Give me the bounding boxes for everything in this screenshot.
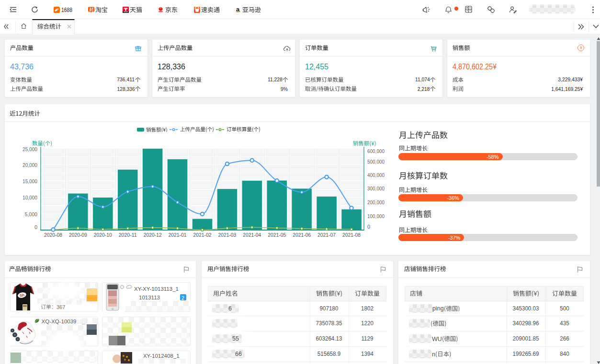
svg-text:2021-01: 2021-01	[169, 232, 187, 238]
svg-text:0: 0	[367, 224, 370, 230]
svg-text:2021-05: 2021-05	[268, 232, 286, 238]
svg-text:2021-03: 2021-03	[218, 232, 236, 238]
svg-text:2021-07: 2021-07	[317, 232, 336, 238]
svg-text:2020-09: 2020-09	[69, 232, 87, 238]
svg-text:15,000: 15,000	[23, 178, 37, 184]
svg-text:10,000: 10,000	[23, 195, 37, 200]
svg-text:2020-11: 2020-11	[119, 232, 137, 238]
svg-text:0: 0	[34, 224, 37, 230]
svg-text:600,000: 600,000	[367, 148, 385, 154]
svg-text:2021-02: 2021-02	[193, 232, 212, 238]
svg-text:2021-08: 2021-08	[342, 232, 361, 238]
svg-text:2020-10: 2020-10	[94, 232, 112, 238]
svg-text:5,000: 5,000	[25, 211, 38, 217]
svg-text:2021-06: 2021-06	[293, 232, 311, 238]
svg-text:200,000: 200,000	[367, 199, 385, 205]
svg-text:2021-04: 2021-04	[243, 232, 261, 238]
svg-text:100,000: 100,000	[367, 213, 385, 219]
svg-text:25,000: 25,000	[23, 146, 37, 152]
svg-text:400,000: 400,000	[367, 172, 385, 178]
svg-text:300,000: 300,000	[367, 186, 385, 191]
svg-text:20,000: 20,000	[23, 162, 37, 168]
svg-text:2020-08: 2020-08	[44, 232, 62, 238]
svg-text:2020-12: 2020-12	[144, 232, 162, 238]
svg-text:500,000: 500,000	[367, 159, 385, 165]
